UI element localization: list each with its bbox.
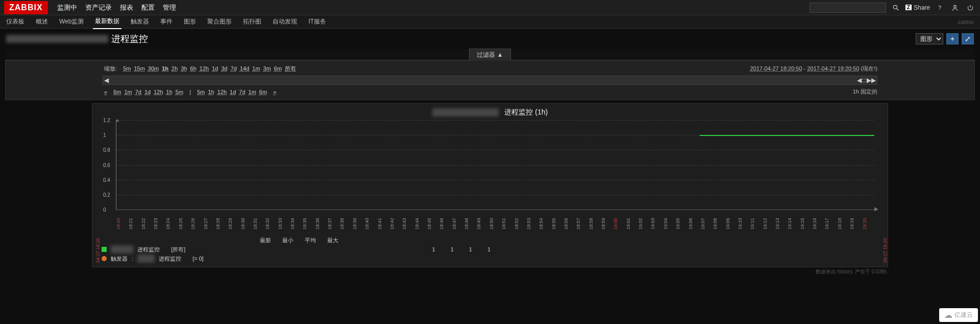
x-axis-ticks: 18:2018:2118:2218:2318:2418:2518:2618:27… bbox=[116, 210, 874, 229]
x-start-label: 04-27 18:20 bbox=[95, 238, 101, 263]
zoom-link[interactable]: 2h bbox=[172, 65, 178, 72]
search-input[interactable] bbox=[810, 3, 886, 13]
zoom-label: 缩放: bbox=[104, 65, 117, 72]
page-links: « 6m1m7d1d12h1h5m | 5m1h12h1d7d1m6m » bbox=[103, 89, 278, 95]
range-now[interactable]: (现在!) bbox=[861, 65, 877, 72]
topmenu-item[interactable]: 监测中 bbox=[57, 3, 77, 12]
chart-plot: ▲▶ 00.20.40.60.811.2 bbox=[116, 120, 874, 210]
zoom-link[interactable]: 所有 bbox=[285, 65, 296, 72]
subnav-item[interactable]: 最新数据 bbox=[93, 14, 121, 29]
topmenu-item[interactable]: 配置 bbox=[141, 3, 155, 12]
page-fwd-link[interactable]: 1h bbox=[208, 89, 214, 95]
zoom-link[interactable]: 3h bbox=[181, 65, 187, 72]
zoom-link[interactable]: 1d bbox=[212, 65, 218, 72]
zoom-link[interactable]: 6m bbox=[274, 65, 282, 72]
zoom-links: 缩放: 5m15m30m1h2h3h6h12h1d3d7d14d1m3m6m所有 bbox=[103, 65, 299, 73]
range-to[interactable]: 2017-04-27 19:20:50 bbox=[807, 65, 859, 72]
svg-point-2 bbox=[954, 5, 957, 8]
logo: ZABBIX bbox=[4, 1, 48, 14]
x-end-label: 04-27 19:20 bbox=[883, 238, 888, 263]
fixed-label: 1h 固定的 bbox=[853, 88, 877, 96]
zoom-link[interactable]: 12h bbox=[200, 65, 209, 72]
zoom-link[interactable]: 14d bbox=[240, 65, 249, 72]
search-icon[interactable] bbox=[890, 2, 901, 13]
topmenu-item[interactable]: 管理 bbox=[163, 3, 176, 12]
filter-bar: 过滤器 ▲ bbox=[5, 49, 975, 60]
page-fwd-link[interactable]: 7d bbox=[239, 89, 245, 95]
power-icon[interactable] bbox=[965, 2, 976, 13]
page-title: 进程监控 bbox=[111, 33, 148, 45]
graph-box: 进程监控 (1h) ▲▶ 00.20.40.60.811.2 18:2018:2… bbox=[92, 103, 888, 267]
subnav-item[interactable]: 仪表板 bbox=[4, 15, 27, 29]
legend-series-row: 进程监控 [所有] 1111 bbox=[102, 245, 878, 253]
subnav-item[interactable]: 图形 bbox=[182, 15, 198, 29]
top-bar: ZABBIX 监测中资产记录报表配置管理 ZShare ? bbox=[0, 0, 980, 15]
fullscreen-button[interactable]: ⤢ bbox=[962, 33, 974, 44]
share-button[interactable]: ZShare bbox=[905, 4, 930, 11]
page-back-link[interactable]: 1m bbox=[124, 89, 132, 95]
page-header: 进程监控 图形 ＋ ⤢ bbox=[0, 29, 980, 49]
legend: 最新最小平均最大 进程监控 [所有] 1111 触发器: 进程监控 [= 0] bbox=[102, 237, 878, 263]
zoom-link[interactable]: 5m bbox=[123, 65, 131, 72]
subnav-item[interactable]: 聚合图形 bbox=[205, 15, 234, 29]
time-range: 2017-04-27 18:20:50 - 2017-04-27 19:20:5… bbox=[750, 65, 877, 73]
page-back-link[interactable]: 6m bbox=[113, 89, 121, 95]
page-fwd-link[interactable]: 12h bbox=[217, 89, 227, 95]
page-back-link[interactable]: 1h bbox=[166, 89, 173, 95]
sub-nav: 仪表板概述Web监测最新数据触发器事件图形聚合图形拓扑图自动发现IT服务zabb… bbox=[0, 15, 980, 29]
topmenu-item[interactable]: 报表 bbox=[120, 3, 133, 12]
timebar-next[interactable]: ▶ bbox=[871, 77, 876, 84]
timebar-prev[interactable]: ◀ bbox=[104, 77, 109, 84]
top-right: ZShare ? bbox=[810, 2, 976, 13]
trigger-swatch bbox=[102, 256, 107, 261]
help-icon[interactable]: ? bbox=[934, 2, 945, 13]
range-from[interactable]: 2017-04-27 18:20:50 bbox=[750, 65, 802, 72]
footnote: 数据来自 history. 产生于 0.03秒. bbox=[0, 268, 888, 275]
time-panel: 缩放: 5m15m30m1h2h3h6h12h1d3d7d14d1m3m6m所有… bbox=[5, 60, 975, 100]
subnav-item[interactable]: 自动发现 bbox=[271, 15, 299, 29]
page-fwd-link[interactable]: 6m bbox=[259, 89, 267, 95]
subnav-item[interactable]: 触发器 bbox=[129, 15, 151, 29]
legend-trigger-row: 触发器: 进程监控 [= 0] bbox=[102, 254, 878, 263]
page-fwd-link[interactable]: 5m bbox=[197, 89, 205, 95]
page-fwd-arrows[interactable]: » bbox=[273, 89, 276, 95]
zoom-link[interactable]: 7d bbox=[231, 65, 237, 72]
zoom-link[interactable]: 1m bbox=[252, 65, 260, 72]
subnav-item[interactable]: Web监测 bbox=[57, 15, 86, 29]
zoom-link[interactable]: 1h bbox=[162, 65, 168, 72]
subnav-item[interactable]: IT服务 bbox=[306, 15, 328, 29]
graph-title: 进程监控 (1h) bbox=[102, 108, 878, 117]
add-button[interactable]: ＋ bbox=[946, 33, 959, 44]
page-back-link[interactable]: 7d bbox=[135, 89, 141, 95]
zoom-link[interactable]: 3d bbox=[221, 65, 227, 72]
zoom-link[interactable]: 15m bbox=[134, 65, 144, 72]
page-back-link[interactable]: 1d bbox=[144, 89, 151, 95]
time-slider[interactable]: ◀ ◀:::▶ ▶ bbox=[103, 76, 877, 85]
subnav-item[interactable]: 概述 bbox=[34, 15, 50, 29]
svg-point-0 bbox=[893, 5, 897, 9]
zoom-link[interactable]: 30m bbox=[148, 65, 159, 72]
redacted-host bbox=[6, 35, 108, 43]
topmenu-item[interactable]: 资产记录 bbox=[85, 3, 112, 12]
timebar-drag[interactable]: ◀:::▶ bbox=[857, 77, 871, 84]
page-back-link[interactable]: 5m bbox=[176, 89, 183, 95]
top-menu: 监测中资产记录报表配置管理 bbox=[57, 3, 176, 12]
subnav-item[interactable]: 事件 bbox=[158, 15, 175, 29]
filter-toggle[interactable]: 过滤器 ▲ bbox=[469, 49, 510, 61]
legend-swatch bbox=[102, 247, 107, 252]
svg-line-1 bbox=[897, 8, 899, 10]
page-back-link[interactable]: 12h bbox=[154, 89, 163, 95]
user-icon[interactable] bbox=[949, 2, 961, 13]
view-select[interactable]: 图形 bbox=[916, 33, 943, 44]
page-fwd-link[interactable]: 1d bbox=[230, 89, 236, 95]
zoom-link[interactable]: 3m bbox=[263, 65, 271, 72]
zoom-link[interactable]: 6h bbox=[190, 65, 197, 72]
page-back-arrows[interactable]: « bbox=[104, 89, 107, 95]
subnav-item[interactable]: 拓扑图 bbox=[241, 15, 263, 29]
page-fwd-link[interactable]: 1m bbox=[249, 89, 256, 95]
subnav-brand: zabbix bbox=[955, 16, 976, 28]
